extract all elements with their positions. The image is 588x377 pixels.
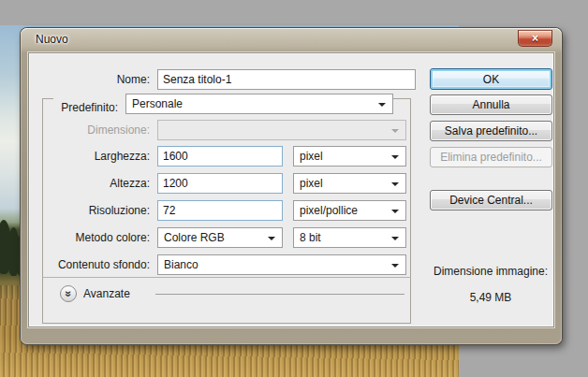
background-contents-value: Bianco <box>164 258 198 271</box>
dropdown-arrow-icon <box>391 264 399 268</box>
size-combo <box>157 120 406 140</box>
dropdown-arrow-icon <box>268 237 275 240</box>
size-label: Dimensione: <box>29 120 154 140</box>
dialog-title: Nuovo <box>36 28 68 51</box>
advanced-toggle-button[interactable]: » <box>60 285 77 302</box>
advanced-label: Avanzate <box>83 285 130 302</box>
resolution-input[interactable] <box>157 200 283 221</box>
image-size-label: Dimensione immagine: <box>422 265 559 278</box>
height-label: Altezza: <box>29 173 154 194</box>
dropdown-arrow-icon <box>391 182 399 186</box>
new-document-dialog: Nuovo × Nome: Predefinito: Personale Dim… <box>21 28 562 344</box>
dropdown-arrow-icon <box>391 129 399 133</box>
image-size-value: 5,49 MB <box>422 291 559 304</box>
chevron-double-down-icon: » <box>63 290 74 297</box>
dropdown-arrow-icon <box>391 237 399 240</box>
background-contents-label: Contenuto sfondo: <box>29 254 154 275</box>
fields-advanced-separator <box>42 277 411 278</box>
bit-depth-value: 8 bit <box>300 231 321 244</box>
resolution-unit-value: pixel/pollice <box>300 204 358 217</box>
preset-combo[interactable]: Personale <box>125 94 393 114</box>
close-icon: × <box>532 31 538 46</box>
color-mode-label: Metodo colore: <box>29 227 154 248</box>
close-button[interactable]: × <box>518 30 552 47</box>
dropdown-arrow-icon <box>378 103 386 107</box>
save-preset-button[interactable]: Salva predefinito... <box>430 121 552 141</box>
width-label: Larghezza: <box>29 146 154 167</box>
resolution-label: Risoluzione: <box>29 200 154 221</box>
width-unit-combo[interactable]: pixel <box>293 146 406 167</box>
preset-value: Personale <box>132 97 183 110</box>
advanced-rule <box>155 294 404 295</box>
name-label: Nome: <box>29 69 154 90</box>
width-input[interactable] <box>157 146 283 167</box>
device-central-button[interactable]: Device Central... <box>430 190 552 210</box>
width-unit-value: pixel <box>300 150 323 163</box>
dialog-client-area: Nome: Predefinito: Personale Dimensione:… <box>28 52 554 327</box>
background-contents-combo[interactable]: Bianco <box>157 254 406 275</box>
height-unit-value: pixel <box>300 177 323 190</box>
dropdown-arrow-icon <box>391 155 399 159</box>
cancel-button[interactable]: Annulla <box>430 94 552 115</box>
height-input[interactable] <box>157 173 283 194</box>
height-unit-combo[interactable]: pixel <box>293 173 406 194</box>
name-input[interactable] <box>157 69 416 90</box>
color-mode-combo[interactable]: Colore RGB <box>157 227 283 248</box>
preset-label: Predefinito: <box>29 97 122 118</box>
delete-preset-button: Elimina predefinito... <box>430 147 552 167</box>
ok-button[interactable]: OK <box>430 68 552 90</box>
bit-depth-combo[interactable]: 8 bit <box>293 227 406 248</box>
screen: Nuovo × Nome: Predefinito: Personale Dim… <box>0 0 588 377</box>
dropdown-arrow-icon <box>391 210 399 213</box>
dialog-titlebar[interactable]: Nuovo × <box>21 28 562 52</box>
color-mode-value: Colore RGB <box>164 231 225 244</box>
resolution-unit-combo[interactable]: pixel/pollice <box>293 200 406 221</box>
